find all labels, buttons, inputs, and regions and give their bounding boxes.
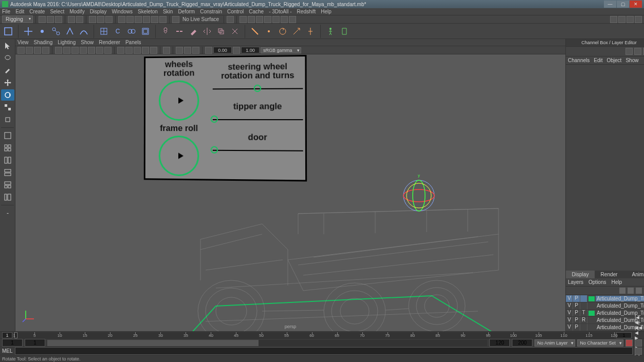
layer-color-swatch[interactable] (588, 311, 595, 316)
current-frame-field[interactable] (616, 332, 632, 338)
command-lang-label[interactable]: MEL (2, 348, 13, 354)
xray-joints-button[interactable] (184, 47, 191, 54)
menu-control[interactable]: Control (227, 9, 244, 14)
field-chart-button[interactable] (88, 47, 95, 54)
shelf-create-lattice[interactable] (98, 25, 110, 37)
snap-live-button[interactable] (151, 16, 158, 23)
exposure-icon[interactable] (205, 47, 212, 54)
anim-start-field[interactable] (2, 339, 23, 347)
layer-type-toggle[interactable] (580, 295, 587, 302)
render-setup-button[interactable] (281, 16, 288, 23)
layer-playback-toggle[interactable]: P (573, 310, 580, 316)
rotate-tool[interactable] (1, 89, 14, 101)
layer-menu-help[interactable]: Help (611, 279, 622, 285)
shelf-smooth-bind[interactable] (159, 25, 172, 37)
colorspace-dropdown[interactable]: sRGB gamma (261, 47, 301, 53)
shelf-pole-vector[interactable] (304, 25, 317, 37)
rig-steer-slider[interactable] (213, 88, 303, 90)
layout-two-side[interactable] (1, 155, 14, 166)
layer-tab-display[interactable]: Display (566, 271, 595, 278)
shelf-hik-character[interactable] (324, 25, 337, 37)
shelf-snap-vertex[interactable] (36, 25, 48, 37)
layer-tab-render[interactable]: Render (595, 271, 623, 278)
render-view-button[interactable] (264, 16, 271, 23)
command-input[interactable] (15, 347, 633, 355)
shelf-paint-weights[interactable] (187, 25, 199, 37)
menu-display[interactable]: Display (90, 9, 107, 14)
viewport[interactable]: y wheels rotation frame roll steering wh… (15, 54, 565, 331)
open-scene-button[interactable] (47, 16, 54, 23)
film-gate-button[interactable] (63, 47, 70, 54)
shelf-ik-handle[interactable] (64, 25, 76, 37)
shelf-joint-tool[interactable] (50, 25, 62, 37)
cb-menu-show[interactable]: Show (625, 58, 638, 63)
layer-move-up-icon[interactable] (619, 288, 625, 294)
select-by-object-button[interactable] (97, 16, 104, 23)
image-plane-button[interactable] (42, 47, 49, 54)
live-surface-button[interactable] (172, 16, 179, 23)
anim-end-field[interactable] (512, 339, 532, 347)
panel-menu-shading[interactable]: Shading (34, 40, 53, 45)
close-button[interactable]: ✕ (630, 1, 642, 8)
menu-modify[interactable]: Modify (69, 9, 84, 14)
toggle-attribute-editor-button[interactable] (610, 16, 617, 23)
layer-tab-anim[interactable]: Anim (623, 271, 644, 278)
panel-menu-lighting[interactable]: Lighting (58, 40, 76, 45)
shelf-aim-constraint[interactable] (290, 25, 303, 37)
snap-view-button[interactable] (159, 16, 167, 23)
layer-move-down-icon[interactable] (628, 288, 634, 294)
shelf-parent-constraint[interactable] (249, 25, 261, 37)
new-scene-button[interactable] (39, 16, 46, 23)
layer-menu-layers[interactable]: Layers (568, 279, 583, 285)
lasso-tool[interactable] (1, 52, 14, 64)
paint-select-tool[interactable] (1, 65, 14, 76)
menu-help[interactable]: Help (321, 9, 332, 14)
cb-menu-channels[interactable]: Channels (568, 58, 590, 63)
shelf-detach-skin[interactable] (173, 25, 186, 37)
exposure-field[interactable] (213, 47, 232, 53)
layer-color-swatch[interactable] (588, 318, 595, 323)
layer-type-toggle[interactable] (580, 324, 587, 331)
toggle-tool-settings-button[interactable] (618, 16, 625, 23)
rig-tipper-slider[interactable] (213, 119, 303, 120)
snap-plane-button[interactable] (143, 16, 150, 23)
range-slider-track[interactable] (47, 340, 487, 346)
panel-menu-view[interactable]: View (17, 40, 29, 45)
resolution-gate-button[interactable] (71, 47, 79, 54)
xray-components-button[interactable] (192, 47, 199, 54)
snap-point-button[interactable] (135, 16, 142, 23)
menu-deform[interactable]: Deform (178, 9, 195, 14)
layer-playback-toggle[interactable]: P (573, 295, 580, 302)
xray-button[interactable] (176, 47, 183, 54)
layout-four[interactable] (1, 142, 14, 154)
snap-curve-button[interactable] (126, 16, 134, 23)
range-end-field[interactable] (489, 339, 510, 347)
layer-name[interactable]: Articulated_Dump_Tru... (596, 296, 644, 301)
last-tool[interactable] (1, 114, 14, 125)
rig-frame-dial[interactable] (159, 136, 199, 176)
shelf-quick-rig[interactable] (338, 25, 351, 37)
rotate-manipulator[interactable]: y (396, 173, 442, 219)
panel-menu-panels[interactable]: Panels (125, 40, 141, 45)
layer-playback-toggle[interactable]: P (573, 302, 580, 309)
render-frame-button[interactable] (240, 16, 247, 23)
layout-three[interactable] (1, 179, 14, 190)
shelf-tab-toggle[interactable] (2, 25, 14, 37)
layout-single[interactable] (1, 130, 14, 141)
hypershade-button[interactable] (272, 16, 280, 23)
layer-vis-toggle[interactable]: V (566, 302, 573, 309)
menu-create[interactable]: Create (29, 9, 45, 14)
select-by-hierarchy-button[interactable] (89, 16, 96, 23)
menu-skeleton[interactable]: Skeleton (138, 9, 158, 14)
layer-row[interactable]: VPRArticulated_Dump_Tru... (566, 317, 644, 324)
layer-row[interactable]: VPArticulated_Dump_Tru... (566, 295, 644, 302)
layer-playback-toggle[interactable]: P (573, 317, 580, 323)
layer-name[interactable]: Articulated_Dump_Tru... (596, 303, 644, 309)
rig-door-slider[interactable] (213, 150, 303, 151)
select-tool[interactable] (1, 40, 14, 51)
prefs-button[interactable] (635, 339, 642, 347)
shelf-create-blend[interactable] (125, 25, 138, 37)
auto-key-button[interactable] (625, 339, 633, 347)
anim-layer-dropdown[interactable]: No Anim Layer (535, 339, 575, 347)
menu-windows[interactable]: Windows (112, 9, 133, 14)
